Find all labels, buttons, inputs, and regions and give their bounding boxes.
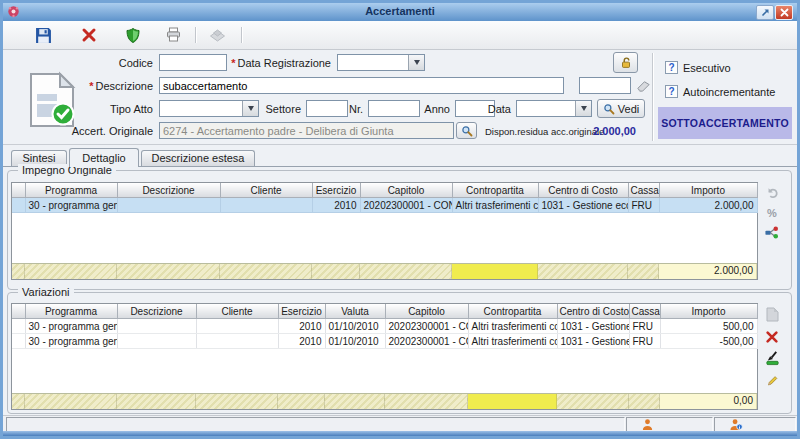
chevron-down-icon[interactable] bbox=[575, 101, 591, 116]
print-button[interactable] bbox=[161, 24, 185, 46]
tipo-atto-combo[interactable] bbox=[159, 100, 259, 117]
percent-icon: % bbox=[767, 207, 777, 219]
variazioni-grid: Programma Descrizione Cliente Esercizio … bbox=[11, 303, 758, 410]
data-registrazione-combo[interactable] bbox=[337, 54, 425, 71]
impegno-row-selected[interactable]: 30 - programma generico 2010 20202300001… bbox=[12, 198, 757, 213]
tab-descrizione-estesa[interactable]: Descrizione estesa bbox=[141, 150, 255, 166]
cell-esercizio: 2010 bbox=[278, 319, 325, 334]
status-bar bbox=[3, 415, 797, 432]
shield-icon bbox=[125, 27, 141, 44]
lock-button[interactable] bbox=[613, 52, 638, 73]
apply-variation-button[interactable] bbox=[763, 350, 781, 367]
user-icon[interactable] bbox=[641, 418, 654, 431]
title-bar[interactable]: Accertamenti bbox=[3, 3, 797, 22]
cell-descrizione bbox=[117, 319, 196, 334]
delete-variation-button[interactable] bbox=[763, 328, 781, 345]
new-document-icon bbox=[766, 307, 779, 322]
variazioni-total-value: 0,00 bbox=[660, 394, 757, 409]
esecutivo-label: Esecutivo bbox=[683, 62, 731, 74]
variazioni-row[interactable]: 30 - programma generico 2010 01/10/2010 … bbox=[12, 319, 757, 334]
accert-originale-input[interactable] bbox=[159, 122, 454, 139]
row-selector-cell bbox=[12, 198, 25, 213]
cell-centro-di-costo: 1031 - Gestione ecor bbox=[557, 319, 629, 334]
close-icon bbox=[780, 8, 789, 17]
col-cliente[interactable]: Cliente bbox=[220, 183, 312, 198]
col-programma[interactable]: Programma bbox=[25, 304, 117, 319]
total-highlight-cell bbox=[452, 264, 538, 279]
vedi-button[interactable]: Vedi bbox=[597, 99, 645, 118]
col-contropartita[interactable]: Contropartita bbox=[452, 183, 538, 198]
col-descrizione[interactable]: Descrizione bbox=[117, 304, 196, 319]
chevron-down-icon[interactable] bbox=[408, 55, 424, 70]
user-info-icon[interactable] bbox=[729, 418, 743, 431]
question-box-icon: ? bbox=[665, 61, 678, 74]
col-cassa[interactable]: Cassa bbox=[629, 304, 660, 319]
cell-descrizione bbox=[117, 334, 196, 349]
codice-input[interactable] bbox=[159, 54, 227, 71]
accert-originale-label: Accert. Originale bbox=[43, 125, 153, 137]
undo-variation-button[interactable] bbox=[763, 184, 781, 201]
stamp-button[interactable] bbox=[205, 24, 229, 46]
close-window-button[interactable] bbox=[775, 5, 793, 20]
descrizione-input[interactable] bbox=[159, 77, 564, 94]
tipo-atto-label: Tipo Atto bbox=[63, 103, 153, 115]
magnifier-icon bbox=[461, 125, 473, 137]
impegno-total-row: 2.000,00 bbox=[12, 263, 757, 279]
col-cassa[interactable]: Cassa bbox=[628, 183, 659, 198]
col-capitolo[interactable]: Capitolo bbox=[385, 304, 468, 319]
pencil-icon bbox=[765, 374, 779, 388]
col-valuta[interactable]: Valuta bbox=[325, 304, 385, 319]
variazioni-total-row: 0,00 bbox=[12, 393, 757, 409]
descrizione-extra-input[interactable] bbox=[579, 77, 631, 94]
save-button[interactable] bbox=[31, 24, 55, 46]
cell-programma: 30 - programma generico bbox=[25, 319, 117, 334]
security-button[interactable] bbox=[121, 24, 145, 46]
cell-importo: 500,00 bbox=[660, 319, 757, 334]
col-centro-di-costo[interactable]: Centro di Costo bbox=[557, 304, 629, 319]
relations-button[interactable] bbox=[763, 224, 781, 241]
col-centro-di-costo[interactable]: Centro di Costo bbox=[538, 183, 628, 198]
percent-button[interactable]: % bbox=[763, 204, 781, 221]
impegno-header-row: Programma Descrizione Cliente Esercizio … bbox=[12, 183, 757, 198]
nr-label: Nr. bbox=[333, 103, 363, 115]
col-importo[interactable]: Importo bbox=[659, 183, 757, 198]
cell-importo: 2.000,00 bbox=[659, 198, 757, 213]
row-selector-cell bbox=[12, 334, 25, 349]
col-importo[interactable]: Importo bbox=[660, 304, 757, 319]
window-bottom-band bbox=[3, 431, 797, 436]
variazioni-row[interactable]: 30 - programma generico 2010 01/10/2010 … bbox=[12, 334, 757, 349]
restore-window-button[interactable] bbox=[756, 5, 774, 20]
anno-label: Anno bbox=[420, 103, 450, 115]
cell-esercizio: 2010 bbox=[312, 198, 360, 213]
new-variation-button[interactable] bbox=[763, 306, 781, 323]
toolbar bbox=[3, 21, 797, 50]
col-esercizio[interactable]: Esercizio bbox=[278, 304, 325, 319]
cell-cliente bbox=[220, 198, 312, 213]
codice-label: Codice bbox=[63, 57, 153, 69]
clear-descrizione-button[interactable] bbox=[636, 78, 651, 95]
status-section-user-info bbox=[714, 417, 796, 432]
cancel-button[interactable] bbox=[77, 24, 101, 46]
form-side-separator bbox=[652, 53, 654, 141]
col-capitolo[interactable]: Capitolo bbox=[360, 183, 452, 198]
col-cliente[interactable]: Cliente bbox=[196, 304, 278, 319]
cell-importo: -500,00 bbox=[660, 334, 757, 349]
cell-cassa: FRU bbox=[629, 334, 660, 349]
cell-cliente bbox=[196, 319, 278, 334]
cell-cliente bbox=[196, 334, 278, 349]
data-combo[interactable] bbox=[516, 100, 592, 117]
printer-icon bbox=[165, 27, 182, 43]
col-programma[interactable]: Programma bbox=[25, 183, 117, 198]
tab-dettaglio[interactable]: Dettaglio bbox=[69, 148, 139, 167]
search-accertamento-button[interactable] bbox=[456, 122, 477, 139]
col-esercizio[interactable]: Esercizio bbox=[312, 183, 360, 198]
restore-arrow-icon bbox=[761, 8, 770, 17]
edit-variation-button[interactable] bbox=[763, 372, 781, 389]
esecutivo-checkbox[interactable]: ? bbox=[665, 61, 678, 74]
status-section-user bbox=[626, 417, 713, 432]
col-contropartita[interactable]: Contropartita bbox=[468, 304, 557, 319]
nr-input[interactable] bbox=[368, 100, 420, 117]
cell-contropartita: Altri trasferimenti correr bbox=[452, 198, 538, 213]
autoincrementante-checkbox[interactable]: ? bbox=[665, 85, 678, 98]
col-descrizione[interactable]: Descrizione bbox=[117, 183, 220, 198]
